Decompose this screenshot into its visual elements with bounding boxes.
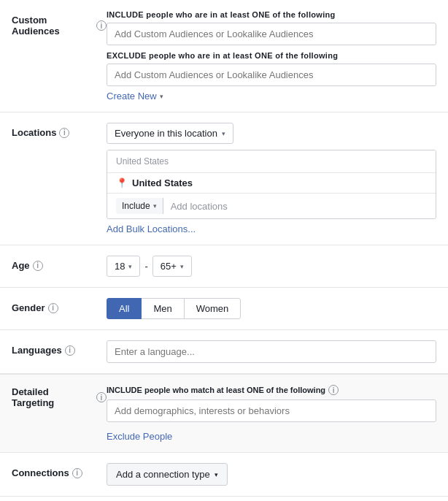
detailed-include-rule: INCLUDE people who match at least ONE of… — [107, 385, 436, 395]
age-row: 18 ▾ - 65+ ▾ — [107, 256, 436, 277]
include-caret-icon: ▾ — [153, 202, 157, 210]
detailed-targeting-header: Detailed Targeting i INCLUDE people who … — [12, 385, 436, 442]
detailed-targeting-input[interactable] — [107, 399, 436, 422]
exclude-people-link[interactable]: Exclude People — [107, 431, 172, 442]
gender-men-btn[interactable]: Men — [141, 298, 184, 319]
connections-content: Add a connection type ▾ — [107, 463, 436, 486]
locations-info-icon[interactable]: i — [59, 128, 69, 138]
max-age-caret-icon: ▾ — [180, 263, 184, 270]
location-item-us: 📍 United States — [107, 172, 436, 193]
min-age-dropdown[interactable]: 18 ▾ — [107, 256, 140, 277]
detailed-targeting-label: Detailed Targeting i — [12, 385, 107, 408]
detailed-targeting-section: Detailed Targeting i INCLUDE people who … — [0, 374, 448, 453]
gender-all-btn[interactable]: All — [107, 298, 142, 319]
gender-content: All Men Women — [107, 298, 436, 319]
location-type-caret-icon: ▾ — [222, 130, 225, 137]
locations-section: Locations i Everyone in this location ▾ … — [0, 112, 448, 245]
languages-info-icon[interactable]: i — [65, 345, 75, 356]
add-bulk-locations-link[interactable]: Add Bulk Locations... — [107, 223, 196, 234]
language-input[interactable] — [107, 340, 436, 363]
gender-women-btn[interactable]: Women — [184, 298, 242, 319]
locations-content: Everyone in this location ▾ United State… — [107, 123, 436, 234]
detailed-targeting-content: INCLUDE people who match at least ONE of… — [107, 385, 436, 442]
add-locations-text[interactable]: Add locations — [163, 201, 228, 212]
gender-info-icon[interactable]: i — [48, 303, 58, 313]
include-row: Include ▾ Add locations — [107, 193, 436, 218]
location-box: United States 📍 United States Include ▾ … — [107, 150, 436, 219]
age-content: 18 ▾ - 65+ ▾ — [107, 256, 436, 277]
connection-type-caret-icon: ▾ — [215, 471, 218, 478]
location-name: United States — [132, 177, 193, 188]
locations-label: Locations i — [12, 123, 107, 138]
add-connection-type-btn[interactable]: Add a connection type ▾ — [107, 463, 228, 486]
location-pin-icon: 📍 — [116, 177, 128, 188]
detailed-targeting-info-icon[interactable]: i — [96, 392, 107, 402]
age-section: Age i 18 ▾ - 65+ ▾ — [0, 245, 448, 288]
location-type-dropdown[interactable]: Everyone in this location ▾ — [107, 123, 233, 144]
custom-audiences-info-icon[interactable]: i — [96, 20, 107, 31]
include-dropdown-btn[interactable]: Include ▾ — [116, 198, 163, 214]
connections-section: Connections i Add a connection type ▾ — [0, 453, 448, 497]
age-separator: - — [144, 261, 147, 272]
create-new-caret-icon: ▾ — [160, 93, 163, 100]
age-label: Age i — [12, 256, 107, 271]
connections-info-icon[interactable]: i — [72, 468, 82, 478]
include-rule-label: INCLUDE people who are in at least ONE o… — [107, 10, 436, 19]
gender-section: Gender i All Men Women — [0, 288, 448, 330]
location-country-header: United States — [107, 150, 436, 172]
exclude-rule-label: EXCLUDE people who are in at least ONE o… — [107, 51, 436, 60]
max-age-dropdown[interactable]: 65+ ▾ — [152, 256, 192, 277]
detailed-include-info-icon[interactable]: i — [328, 385, 339, 395]
include-audiences-input[interactable] — [107, 23, 436, 45]
custom-audiences-label: Custom Audiences i — [12, 10, 107, 37]
exclude-audiences-input[interactable] — [107, 64, 436, 86]
gender-label: Gender i — [12, 298, 107, 313]
languages-label: Languages i — [12, 340, 107, 356]
gender-row: All Men Women — [107, 298, 436, 319]
custom-audiences-content: INCLUDE people who are in at least ONE o… — [107, 10, 436, 102]
age-info-icon[interactable]: i — [33, 261, 43, 271]
create-new-link[interactable]: Create New ▾ — [107, 91, 163, 102]
min-age-caret-icon: ▾ — [128, 263, 132, 270]
languages-content — [107, 340, 436, 363]
connections-label: Connections i — [12, 463, 107, 478]
languages-section: Languages i — [0, 330, 448, 374]
custom-audiences-section: Custom Audiences i INCLUDE people who ar… — [0, 0, 448, 112]
